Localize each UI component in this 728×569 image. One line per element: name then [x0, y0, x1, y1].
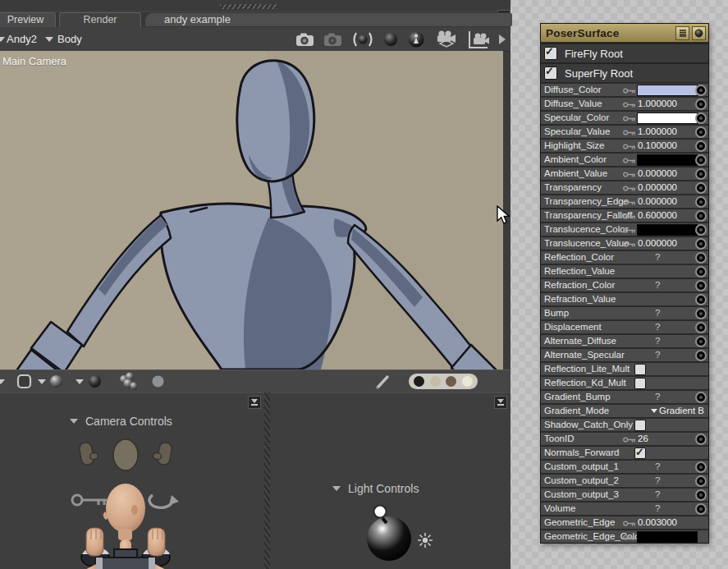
- unconnected-marker[interactable]: ?: [655, 503, 660, 513]
- preview-sphere-icon[interactable]: [382, 31, 399, 48]
- node-connector-icon[interactable]: [695, 434, 707, 445]
- node-connector-icon[interactable]: [695, 252, 707, 264]
- node-connector-icon[interactable]: [695, 126, 707, 138]
- area-render-icon[interactable]: [351, 31, 374, 48]
- node-connector-icon[interactable]: [695, 210, 707, 222]
- camera-controls-cluster[interactable]: [48, 436, 204, 569]
- property-checkbox[interactable]: [634, 420, 646, 431]
- camera-view-icon[interactable]: [468, 30, 491, 49]
- property-value[interactable]: 0.000000: [638, 182, 677, 192]
- drag-grip[interactable]: [220, 4, 277, 9]
- property-value[interactable]: 0.000000: [638, 196, 677, 206]
- key-icon[interactable]: [623, 213, 636, 220]
- property-value[interactable]: 0.100000: [638, 140, 677, 150]
- property-value[interactable]: 26: [638, 434, 648, 443]
- node-connector-icon[interactable]: [695, 336, 707, 347]
- andy-figure[interactable]: [0, 51, 503, 369]
- property-checkbox[interactable]: [634, 378, 646, 389]
- background-color-swatch[interactable]: [430, 376, 441, 387]
- document-frame-icon[interactable]: [16, 374, 32, 389]
- node-connector-icon[interactable]: [695, 294, 707, 305]
- photo-camera-disabled-icon[interactable]: [323, 32, 343, 48]
- node-connector-icon[interactable]: [695, 99, 707, 110]
- property-value[interactable]: 0.000000: [638, 168, 677, 178]
- key-icon[interactable]: [623, 115, 636, 122]
- light-panel-menu-button[interactable]: [494, 396, 507, 409]
- node-connector-icon[interactable]: [695, 280, 707, 291]
- chevron-down-icon[interactable]: [0, 379, 5, 384]
- key-icon[interactable]: [623, 129, 636, 136]
- key-icon[interactable]: [623, 87, 636, 94]
- node-connector-icon[interactable]: [695, 140, 707, 152]
- chevron-down-icon[interactable]: [38, 379, 46, 384]
- list-icon[interactable]: [675, 26, 689, 40]
- key-icon[interactable]: [623, 143, 636, 150]
- node-connector-icon[interactable]: [695, 168, 707, 180]
- node-connector-icon[interactable]: [695, 392, 707, 403]
- node-connector-icon[interactable]: [695, 322, 707, 333]
- key-icon[interactable]: [623, 534, 636, 541]
- node-connector-icon[interactable]: [695, 266, 707, 278]
- figure-selector[interactable]: Andy2: [7, 27, 37, 51]
- unconnected-marker[interactable]: ?: [655, 252, 660, 262]
- node-connector-icon[interactable]: [695, 308, 707, 319]
- node-connector-icon[interactable]: [695, 182, 707, 194]
- panel-divider[interactable]: [264, 392, 270, 569]
- color-swatch[interactable]: [637, 224, 698, 236]
- chevron-down-icon[interactable]: [76, 379, 84, 384]
- chevron-down-icon[interactable]: [0, 37, 5, 42]
- figure-sphere-icon[interactable]: [407, 30, 425, 48]
- property-checkbox[interactable]: [634, 447, 646, 459]
- unconnected-marker[interactable]: ?: [655, 280, 660, 290]
- color-swatch[interactable]: [637, 154, 698, 166]
- shadow-color-swatch[interactable]: [446, 376, 456, 387]
- node-connector-icon[interactable]: [695, 238, 707, 250]
- property-value[interactable]: 0.600000: [638, 210, 677, 220]
- property-value[interactable]: 1.000000: [638, 99, 677, 108]
- key-icon[interactable]: [623, 157, 636, 164]
- unconnected-marker[interactable]: ?: [655, 489, 660, 499]
- camera-panel-menu-button[interactable]: [248, 396, 261, 409]
- key-icon[interactable]: [623, 101, 636, 108]
- color-swatch[interactable]: [637, 112, 698, 124]
- unconnected-marker[interactable]: ?: [655, 475, 660, 485]
- property-checkbox[interactable]: [634, 364, 646, 375]
- node-connector-icon[interactable]: [695, 475, 707, 487]
- shaded-sphere-icon[interactable]: [49, 374, 63, 388]
- flat-sphere-icon[interactable]: [151, 374, 165, 388]
- node-connector-icon[interactable]: [695, 503, 707, 515]
- property-value[interactable]: 0.000000: [638, 238, 677, 248]
- key-icon[interactable]: [623, 171, 636, 178]
- key-icon[interactable]: [623, 227, 636, 234]
- property-dropdown[interactable]: Gradient B: [651, 406, 704, 415]
- key-icon[interactable]: [623, 520, 636, 527]
- tab-preview[interactable]: Preview: [0, 12, 56, 27]
- light-controls-cluster[interactable]: [356, 500, 438, 569]
- camera-controls-title[interactable]: Camera Controls: [70, 415, 172, 428]
- tab-render[interactable]: Render: [59, 12, 141, 27]
- surface-panel-header[interactable]: PoserSurface: [541, 24, 708, 43]
- node-connector-icon[interactable]: [695, 196, 707, 208]
- color-swatch[interactable]: [637, 85, 698, 96]
- sphere-icon[interactable]: [692, 26, 706, 40]
- element-selector[interactable]: Body: [57, 27, 82, 51]
- key-icon[interactable]: [623, 199, 636, 206]
- unconnected-marker[interactable]: ?: [655, 308, 660, 318]
- firefly-checkbox[interactable]: [544, 47, 557, 60]
- key-icon[interactable]: [623, 241, 636, 248]
- foreground-color-swatch[interactable]: [414, 376, 424, 387]
- photo-camera-icon[interactable]: [295, 32, 315, 48]
- unconnected-marker[interactable]: ?: [655, 350, 660, 360]
- node-connector-icon[interactable]: [695, 154, 707, 166]
- property-value[interactable]: 1.000000: [638, 126, 677, 136]
- property-value[interactable]: 0.003000: [638, 517, 677, 527]
- ground-color-swatch[interactable]: [462, 376, 473, 387]
- key-icon[interactable]: [623, 436, 636, 443]
- superfly-checkbox[interactable]: [544, 67, 557, 80]
- node-connector-icon[interactable]: [695, 112, 707, 124]
- multi-sphere-icon[interactable]: [117, 372, 142, 392]
- light-controls-title[interactable]: Light Controls: [332, 482, 419, 495]
- smooth-sphere-icon[interactable]: [88, 374, 102, 388]
- preview-viewport[interactable]: Main Camera: [0, 51, 503, 369]
- color-swatch[interactable]: [637, 531, 698, 543]
